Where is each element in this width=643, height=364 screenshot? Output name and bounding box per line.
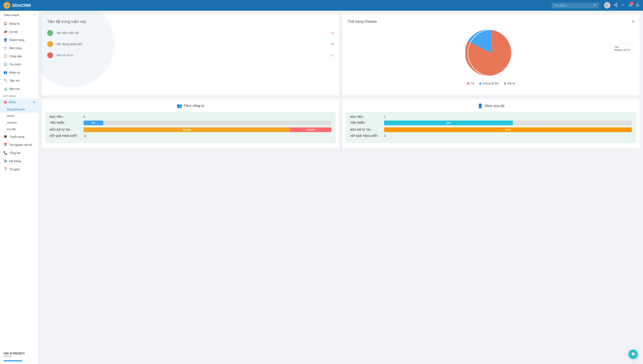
my-icon: 👤 xyxy=(478,103,483,108)
sidebar-section-label: MỞ RỘNG xyxy=(0,93,38,98)
help-icon: ? xyxy=(33,13,35,17)
top-row: Tiến độ trong tuần này Okr tiến triển tố… xyxy=(42,14,639,96)
checkin-menu-btn[interactable]: ≡ xyxy=(632,19,634,24)
checkin-title: Tình trạng Checkin xyxy=(348,20,377,24)
main-content: Tiến độ trong tuần này Okr tiến triển tố… xyxy=(39,11,643,364)
svg-point-0 xyxy=(606,4,607,6)
notification-badge: 1 xyxy=(630,2,633,5)
legend-dot-khong xyxy=(479,82,481,84)
sidebar-item-bao-cao[interactable]: 📊 Báo cáo xyxy=(0,84,38,93)
company-icon: 👥 xyxy=(177,103,182,108)
search-input[interactable] xyxy=(552,2,599,8)
sidebar-item-co-hoi[interactable]: 📣 Cơ hội xyxy=(0,28,38,36)
my-conf-full: 100% xyxy=(384,128,632,132)
okr-label-2: Okr có rủi ro xyxy=(57,54,327,57)
company-ket-qua-row: KẾT QUẢ THEN CHỐT : 11 xyxy=(50,134,331,138)
sidebar-item-okrs[interactable]: 🎯 OKRs ▾ xyxy=(0,98,38,106)
okr-dot-green xyxy=(47,30,53,36)
my-muc-tieu-row: MỤC TIÊU : 1 xyxy=(350,115,632,118)
checkin-header: Tình trạng Checkin ≡ xyxy=(348,19,634,24)
svg-point-1 xyxy=(616,4,617,4)
sidebar-item-nhan-su[interactable]: 👥 Nhân sự xyxy=(0,68,38,76)
resource-icon: 📅 xyxy=(4,143,7,147)
sidebar-item-tong-dai[interactable]: 📞 Tổng đài xyxy=(0,149,38,157)
company-confidence-bar: 83.33% 16.67% xyxy=(84,128,331,132)
company-tien-trien-pct-label: 8% xyxy=(92,122,95,124)
okrs-label: OKRs xyxy=(9,101,16,104)
sidebar-item-tro-giup[interactable]: ❓ Trợ giúp xyxy=(0,165,38,173)
sidebar-sub-okrs[interactable]: OKRs xyxy=(0,113,38,119)
share-icon[interactable] xyxy=(614,3,618,8)
check-icon[interactable] xyxy=(621,3,625,8)
sidebar-label-ban-hang: Bán hàng xyxy=(10,46,22,50)
recruit-icon: 🎓 xyxy=(4,135,7,138)
sidebar-sub-cai-dat[interactable]: Cài đặt xyxy=(0,126,38,132)
sidebar-item-tai-nguyen[interactable]: 📅 Tài nguyên nội bộ ‹ xyxy=(0,141,38,149)
company-muc-tieu-label: MỤC TIÊU : xyxy=(50,116,82,118)
okr-val-1: +0 xyxy=(331,42,334,46)
footer-project: CMC B PROJECT CMC B xyxy=(0,350,38,359)
sidebar-item-bang-tin[interactable]: 🏠 Bảng tin xyxy=(0,20,38,28)
sidebar-label-nhan-su: Nhân sự xyxy=(10,71,20,74)
company-okrs-title: Okrs công ty xyxy=(184,104,204,108)
checkin-card: Tình trạng Checkin ≡ Tốt: xyxy=(343,14,639,96)
collapse-icon: ‹ xyxy=(34,55,35,58)
company-okrs-header: 👥 Okrs công ty xyxy=(42,99,339,112)
my-tien-trien-pct-label: 52% xyxy=(446,122,451,124)
system-icon: ⚙️ xyxy=(4,159,7,163)
pie-tooltip: Tốt: Brands: 66.7% xyxy=(612,44,632,53)
sidebar: Thêm nhanh ? 🏠 Bảng tin 📣 Cơ hội 👤 Khách… xyxy=(0,11,39,364)
project-progress-bar xyxy=(4,360,22,362)
company-conf-red-label: 16.67% xyxy=(307,128,315,131)
legend-dot-rat xyxy=(504,82,506,84)
sidebar-sub-checkin[interactable]: Checkin xyxy=(0,119,38,126)
sidebar-item-khach-hang[interactable]: 👤 Khách hàng xyxy=(0,36,38,44)
sidebar-label-co-hoi: Cơ hội xyxy=(10,30,18,34)
sidebar-label-cong-viec: Công việc xyxy=(10,54,22,58)
recruit-collapse: ‹ xyxy=(34,135,35,138)
sidebar-label-tai-nguyen: Tài nguyên nội bộ xyxy=(10,143,32,146)
sidebar-item-tien-ich[interactable]: 🔧 Tiện ích xyxy=(0,76,38,84)
okrs-chevron: ▾ xyxy=(34,101,35,104)
sidebar-item-he-thong[interactable]: ⚙️ Hệ thống xyxy=(0,157,38,165)
notification-icon[interactable]: 1 xyxy=(628,3,632,8)
okr-row-2: Okr có rủi ro +1 xyxy=(47,52,334,58)
my-tien-trien-row: TIẾN TRIỂN : 52% xyxy=(350,120,632,125)
fab-icon: 💬 xyxy=(631,352,635,356)
my-ket-qua-label: KẾT QUẢ THEN CHỐT : xyxy=(350,134,382,138)
user-avatar[interactable]: ▾ xyxy=(604,2,610,8)
my-tien-trien-fill: 52% xyxy=(384,120,513,125)
search-wrap: 🔍 xyxy=(552,2,599,8)
pie-chart-container: Tốt: Brands: 66.7% xyxy=(348,27,634,78)
sidebar-sub-bang-thong-tin[interactable]: Bảng thông tin xyxy=(0,106,38,113)
my-muc-tieu-val: 1 xyxy=(384,115,386,118)
svg-point-2 xyxy=(614,4,615,6)
company-tien-trien-fill: 8% xyxy=(84,120,103,125)
bell-icon[interactable] xyxy=(636,3,639,8)
logo-text: SlimCRM xyxy=(12,3,31,8)
project-sub: CMC B xyxy=(4,355,35,358)
help-icon2: ❓ xyxy=(4,167,7,171)
company-ket-qua-label: KẾT QUẢ THEN CHỐT : xyxy=(50,134,82,138)
navbar-icons: ▾ 1 xyxy=(604,2,639,8)
add-quick-btn[interactable]: Thêm nhanh ? xyxy=(0,11,38,20)
task-icon: 📋 xyxy=(4,54,7,58)
company-muc-do-row: MỨC ĐỘ TỰ TIN : 83.33% 16.67% xyxy=(50,128,331,132)
my-ket-qua-val: 0 xyxy=(384,134,386,138)
company-tien-trien-bar: 8% xyxy=(84,120,331,125)
tooltip-label: Tốt: xyxy=(614,46,630,48)
svg-line-5 xyxy=(615,4,616,5)
search-icon: 🔍 xyxy=(593,4,597,7)
sidebar-label-tro-giup: Trợ giúp xyxy=(10,168,20,171)
okr-dot-red xyxy=(47,52,53,58)
sidebar-item-cong-viec[interactable]: 📋 Công việc ‹ xyxy=(0,52,38,60)
sidebar-item-tai-chinh[interactable]: ⚖️ Tài chính xyxy=(0,60,38,68)
sidebar-item-ban-hang[interactable]: 🛒 Bán hàng xyxy=(0,44,38,52)
my-confidence-bar: 100% xyxy=(384,128,632,132)
company-ket-qua-val: 11 xyxy=(84,134,87,138)
my-conf-label: 100% xyxy=(505,128,511,131)
sidebar-item-tuyen-dung[interactable]: 🎓 Tuyển dụng ‹ xyxy=(0,132,38,141)
legend-label-tot: Tốt xyxy=(470,82,474,85)
svg-line-4 xyxy=(615,5,616,6)
fab-chat-button[interactable]: 💬 xyxy=(628,350,638,359)
